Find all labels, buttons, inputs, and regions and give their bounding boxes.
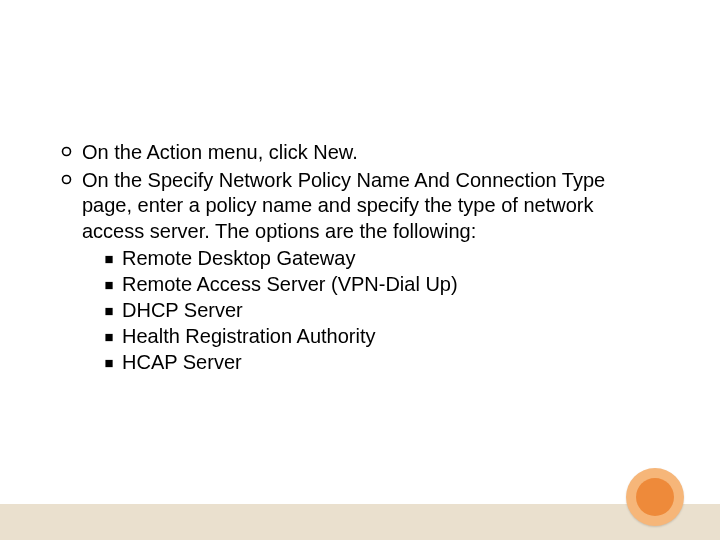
square-icon: ■: [100, 324, 118, 350]
svg-point-0: [62, 148, 70, 156]
slide: On the Action menu, click New. On the Sp…: [0, 0, 720, 540]
sublist-item: ■ Remote Access Server (VPN-Dial Up): [82, 272, 660, 298]
square-icon: ■: [100, 246, 118, 272]
list-item-text: On the Action menu, click New.: [82, 140, 660, 166]
svg-point-1: [62, 175, 70, 183]
list-item-text-main: On the Specify Network Policy Name And C…: [82, 169, 605, 242]
sublist-item: ■ Health Registration Authority: [82, 324, 660, 350]
sublist-item-text: Remote Desktop Gateway: [122, 246, 660, 272]
square-icon: ■: [100, 272, 118, 298]
decorative-circle-inner: [636, 478, 674, 516]
sublist-item: ■ Remote Desktop Gateway: [82, 246, 660, 272]
bullet-icon: [56, 174, 76, 185]
bullet-icon: [56, 146, 76, 157]
sublist-item-text: DHCP Server: [122, 298, 660, 324]
content-area: On the Action menu, click New. On the Sp…: [56, 140, 660, 378]
sublist-item-text: Health Registration Authority: [122, 324, 660, 350]
list-item: On the Specify Network Policy Name And C…: [56, 168, 660, 377]
sublist-item-text: Remote Access Server (VPN-Dial Up): [122, 272, 660, 298]
sublist-item-text: HCAP Server: [122, 350, 660, 376]
sublist: ■ Remote Desktop Gateway ■ Remote Access…: [82, 246, 660, 376]
square-icon: ■: [100, 350, 118, 376]
list-item-text: On the Specify Network Policy Name And C…: [82, 168, 660, 377]
footer-bar: [0, 504, 720, 540]
sublist-item: ■ DHCP Server: [82, 298, 660, 324]
sublist-item: ■ HCAP Server: [82, 350, 660, 376]
square-icon: ■: [100, 298, 118, 324]
list-item: On the Action menu, click New.: [56, 140, 660, 166]
